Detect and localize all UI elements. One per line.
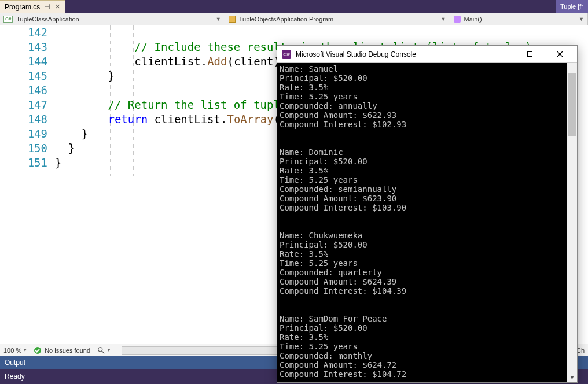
- scroll-down-icon[interactable]: ▼: [567, 372, 577, 382]
- member-combo-label: Main(): [464, 16, 482, 23]
- file-tab-program-cs[interactable]: Program.cs ⊣ ✕: [0, 0, 65, 13]
- member-combo[interactable]: Main() ▼: [450, 13, 588, 25]
- chevron-down-icon: ▼: [579, 16, 584, 22]
- zoom-combo[interactable]: 100 % ▼: [3, 347, 27, 354]
- status-bar-text: Ready: [5, 372, 25, 381]
- chevron-down-icon: ▼: [23, 348, 27, 353]
- svg-point-0: [98, 347, 102, 351]
- chevron-down-icon: ▼: [106, 348, 111, 353]
- console-title: Microsoft Visual Studio Debug Console: [296, 50, 482, 58]
- debug-console-window[interactable]: C# Microsoft Visual Studio Debug Console…: [277, 45, 578, 383]
- scroll-thumb[interactable]: [568, 73, 576, 136]
- document-tab-row: Program.cs ⊣ ✕ Tuple [fr: [0, 0, 588, 13]
- csharp-icon: C#: [3, 16, 13, 23]
- method-icon: [454, 16, 461, 23]
- tab-spacer: [65, 0, 556, 13]
- column-label: Ch: [576, 347, 585, 354]
- right-context-chip[interactable]: Tuple [fr: [556, 0, 588, 13]
- vs-icon: C#: [282, 50, 291, 59]
- issues-indicator[interactable]: No issues found: [34, 347, 90, 354]
- maximize-button[interactable]: [517, 46, 542, 62]
- chevron-down-icon: ▼: [216, 16, 221, 22]
- spyglass-icon: [97, 346, 105, 355]
- project-combo-label: TupleClassApplication: [16, 16, 79, 23]
- checkmark-icon: [34, 347, 41, 354]
- chevron-down-icon: ▼: [441, 16, 446, 22]
- scroll-track[interactable]: [567, 73, 577, 372]
- output-panel-title: Output: [5, 359, 25, 367]
- issues-label: No issues found: [45, 347, 90, 354]
- file-tab-label: Program.cs: [5, 3, 40, 11]
- svg-rect-3: [527, 52, 532, 57]
- pin-icon[interactable]: ⊣: [45, 3, 50, 10]
- svg-line-1: [102, 350, 104, 353]
- close-icon[interactable]: ✕: [55, 3, 60, 10]
- zoom-value: 100 %: [3, 347, 21, 354]
- namespace-combo-label: TupleObjectsApplication.Program: [239, 16, 333, 23]
- navigation-bar: C# TupleClassApplication ▼ TupleObjectsA…: [0, 13, 588, 25]
- console-output[interactable]: Name: Samuel Principal: $520.00 Rate: 3.…: [277, 63, 577, 382]
- class-icon: [229, 16, 236, 23]
- spyglass-toggle[interactable]: ▼: [97, 346, 111, 355]
- project-combo[interactable]: C# TupleClassApplication ▼: [0, 13, 225, 25]
- console-vertical-scrollbar[interactable]: ▲ ▼: [567, 63, 577, 382]
- line-number-gutter: 142 143 144 145 146 147 148 149 150 151: [12, 25, 47, 170]
- close-button[interactable]: [547, 46, 572, 62]
- console-titlebar[interactable]: C# Microsoft Visual Studio Debug Console: [277, 46, 577, 63]
- minimize-button[interactable]: [487, 46, 512, 62]
- namespace-combo[interactable]: TupleObjectsApplication.Program ▼: [225, 13, 450, 25]
